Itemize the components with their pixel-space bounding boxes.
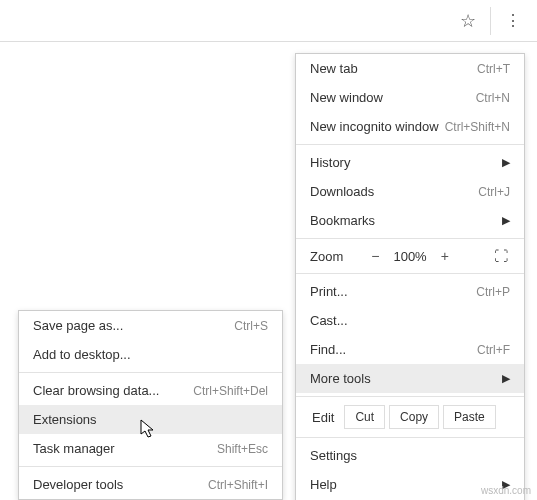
bookmark-star-icon[interactable]: ☆ [450,4,486,38]
submenu-save-page-as[interactable]: Save page as... Ctrl+S [19,311,282,340]
menu-shortcut: Ctrl+Shift+I [208,478,268,492]
menu-edit-row: Edit Cut Copy Paste [296,400,524,434]
edit-label: Edit [306,410,340,425]
menu-divider [296,144,524,145]
submenu-extensions[interactable]: Extensions [19,405,282,434]
main-menu: New tab Ctrl+T New window Ctrl+N New inc… [295,53,525,500]
menu-label: History [310,155,350,170]
submenu-developer-tools[interactable]: Developer tools Ctrl+Shift+I [19,470,282,499]
menu-new-window[interactable]: New window Ctrl+N [296,83,524,112]
menu-shortcut: Shift+Esc [217,442,268,456]
chevron-right-icon: ▶ [502,372,510,385]
watermark: wsxdn.com [481,485,531,496]
menu-cast[interactable]: Cast... [296,306,524,335]
submenu-clear-browsing-data[interactable]: Clear browsing data... Ctrl+Shift+Del [19,376,282,405]
edit-paste-button[interactable]: Paste [443,405,496,429]
menu-find[interactable]: Find... Ctrl+F [296,335,524,364]
menu-label: Find... [310,342,346,357]
menu-new-tab[interactable]: New tab Ctrl+T [296,54,524,83]
menu-shortcut: Ctrl+F [477,343,510,357]
menu-history[interactable]: History ▶ [296,148,524,177]
edit-cut-button[interactable]: Cut [344,405,385,429]
toolbar-divider [490,7,491,35]
menu-divider [19,372,282,373]
fullscreen-icon[interactable]: ⛶ [494,248,510,264]
more-tools-submenu: Save page as... Ctrl+S Add to desktop...… [18,310,283,500]
menu-new-incognito[interactable]: New incognito window Ctrl+Shift+N [296,112,524,141]
submenu-add-to-desktop[interactable]: Add to desktop... [19,340,282,369]
menu-label: Bookmarks [310,213,375,228]
menu-label: Print... [310,284,348,299]
menu-shortcut: Ctrl+N [476,91,510,105]
menu-label: New window [310,90,383,105]
menu-shortcut: Ctrl+P [476,285,510,299]
menu-kebab-icon[interactable]: ⋮ [495,7,531,35]
edit-copy-button[interactable]: Copy [389,405,439,429]
menu-label: Cast... [310,313,348,328]
toolbar: ☆ ⋮ [0,0,537,42]
menu-label: New tab [310,61,358,76]
menu-divider [296,437,524,438]
menu-divider [19,466,282,467]
menu-label: Downloads [310,184,374,199]
menu-shortcut: Ctrl+Shift+N [445,120,510,134]
menu-bookmarks[interactable]: Bookmarks ▶ [296,206,524,235]
menu-shortcut: Ctrl+S [234,319,268,333]
menu-shortcut: Ctrl+J [478,185,510,199]
menu-divider [296,238,524,239]
submenu-task-manager[interactable]: Task manager Shift+Esc [19,434,282,463]
menu-label: Developer tools [33,477,123,492]
menu-downloads[interactable]: Downloads Ctrl+J [296,177,524,206]
menu-label: Save page as... [33,318,123,333]
zoom-value: 100% [387,249,432,264]
zoom-label: Zoom [310,249,343,264]
menu-zoom-row: Zoom − 100% + ⛶ [296,242,524,270]
menu-label: Settings [310,448,357,463]
menu-print[interactable]: Print... Ctrl+P [296,277,524,306]
menu-label: Extensions [33,412,97,427]
chevron-right-icon: ▶ [502,214,510,227]
menu-settings[interactable]: Settings [296,441,524,470]
menu-label: Add to desktop... [33,347,131,362]
menu-more-tools[interactable]: More tools ▶ [296,364,524,393]
menu-label: Task manager [33,441,115,456]
menu-shortcut: Ctrl+Shift+Del [193,384,268,398]
zoom-out-button[interactable]: − [363,248,387,264]
menu-label: Help [310,477,337,492]
menu-divider [296,396,524,397]
menu-label: New incognito window [310,119,439,134]
menu-label: Clear browsing data... [33,383,159,398]
menu-divider [296,273,524,274]
chevron-right-icon: ▶ [502,156,510,169]
menu-label: More tools [310,371,371,386]
menu-shortcut: Ctrl+T [477,62,510,76]
zoom-in-button[interactable]: + [433,248,457,264]
